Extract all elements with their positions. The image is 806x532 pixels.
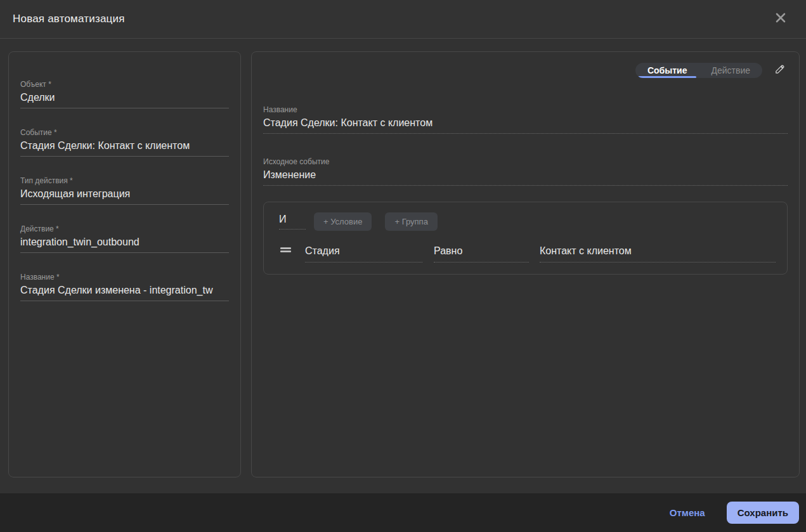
tabs-row: Событие Действие <box>263 63 788 78</box>
condition-value-select[interactable]: Контакт с клиентом <box>540 245 776 263</box>
add-group-button[interactable]: + Группа <box>385 212 437 231</box>
action-label: Действие * <box>20 224 229 233</box>
save-button[interactable]: Сохранить <box>727 502 799 524</box>
tab-event[interactable]: Событие <box>635 63 699 78</box>
event-name-input[interactable]: Стадия Сделки: Контакт с клиентом <box>263 117 788 134</box>
event-label: Событие * <box>20 128 229 137</box>
close-button[interactable] <box>772 10 790 28</box>
condition-field-select[interactable]: Стадия <box>305 245 422 263</box>
modal-header: Новая автоматизация <box>0 0 806 39</box>
source-event-select[interactable]: Изменение <box>263 169 788 186</box>
event-select[interactable]: Стадия Сделки: Контакт с клиентом <box>20 140 229 157</box>
event-field: Событие * Стадия Сделки: Контакт с клиен… <box>20 128 229 157</box>
modal-title: Новая автоматизация <box>13 13 125 25</box>
edit-button[interactable] <box>771 62 788 79</box>
source-event-field: Исходное событие Изменение <box>263 157 788 186</box>
name-input[interactable]: Стадия Сделки изменена - integration_tw <box>20 285 229 301</box>
drag-handle-icon[interactable] <box>280 245 291 256</box>
name-field: Название * Стадия Сделки изменена - inte… <box>20 273 229 301</box>
action-type-select[interactable]: Исходящая интеграция <box>20 188 229 205</box>
modal-body: Объект * Сделки Событие * Стадия Сделки:… <box>0 39 806 493</box>
logic-operator-select[interactable]: И <box>279 214 306 230</box>
event-name-field: Название Стадия Сделки: Контакт с клиент… <box>263 105 788 134</box>
condition-builder: И + Условие + Группа Стадия Равно Контак… <box>263 202 788 275</box>
automation-settings-panel: Объект * Сделки Событие * Стадия Сделки:… <box>8 51 241 477</box>
new-automation-modal: Новая автоматизация Объект * Сделки Собы… <box>0 0 806 532</box>
object-select[interactable]: Сделки <box>20 92 229 108</box>
condition-operator-select[interactable]: Равно <box>434 245 529 263</box>
action-type-label: Тип действия * <box>20 176 229 185</box>
name-label: Название * <box>20 273 229 282</box>
event-details-panel: Событие Действие Название Стадия Сделки: <box>251 51 800 477</box>
object-label: Объект * <box>20 80 229 89</box>
tab-action[interactable]: Действие <box>699 63 762 78</box>
event-name-label: Название <box>263 105 788 114</box>
event-action-tabs: Событие Действие <box>635 63 762 78</box>
action-select[interactable]: integration_twin_outbound <box>20 237 229 253</box>
close-icon <box>774 11 787 27</box>
modal-footer: Отмена Сохранить <box>0 493 806 532</box>
event-fields: Название Стадия Сделки: Контакт с клиент… <box>263 105 788 186</box>
object-field: Объект * Сделки <box>20 80 229 108</box>
add-condition-button[interactable]: + Условие <box>314 212 372 231</box>
action-type-field: Тип действия * Исходящая интеграция <box>20 176 229 205</box>
cancel-button[interactable]: Отмена <box>663 503 712 522</box>
source-event-label: Исходное событие <box>263 157 788 166</box>
pencil-icon <box>774 64 785 77</box>
action-field: Действие * integration_twin_outbound <box>20 224 229 253</box>
condition-row: Стадия Равно Контакт с клиентом <box>279 245 776 263</box>
condition-toolbar: И + Условие + Группа <box>279 212 776 231</box>
